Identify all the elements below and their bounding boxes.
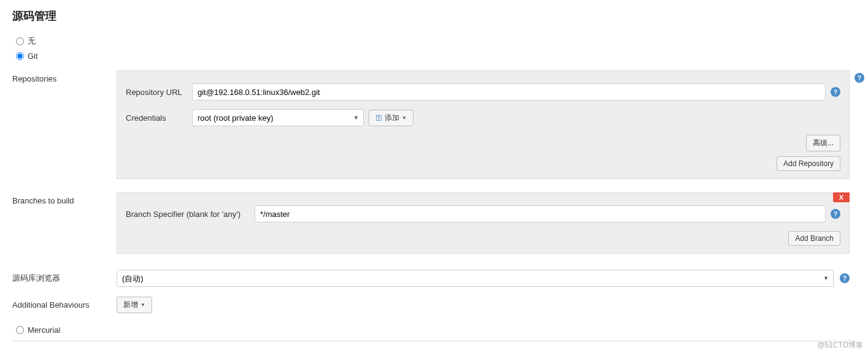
- additional-behaviours-label: Additional Behaviours: [12, 300, 117, 309]
- repo-browser-label: 源码库浏览器: [12, 273, 117, 284]
- branches-label: Branches to build: [12, 192, 117, 260]
- delete-branch-button[interactable]: X: [833, 192, 850, 202]
- page-title: 源码管理: [0, 0, 868, 31]
- key-icon: ⚿: [375, 114, 382, 121]
- scm-option-mercurial[interactable]: Mercurial: [0, 323, 868, 337]
- credentials-select[interactable]: root (root private key): [192, 109, 364, 126]
- branch-specifier-input[interactable]: [255, 205, 826, 222]
- repo-url-label: Repository URL: [126, 88, 192, 97]
- repo-browser-select[interactable]: (自动): [117, 270, 834, 287]
- add-credentials-button[interactable]: ⚿ 添加 ▼: [369, 110, 413, 126]
- help-icon[interactable]: ?: [855, 73, 864, 83]
- branch-specifier-label: Branch Specifier (blank for 'any'): [126, 210, 255, 219]
- radio-mercurial-label: Mercurial: [28, 325, 60, 335]
- credentials-label: Credentials: [126, 113, 192, 123]
- add-behaviour-button[interactable]: 新增 ▼: [117, 297, 152, 313]
- divider: [12, 341, 856, 341]
- chevron-down-icon: ▼: [140, 302, 145, 308]
- help-icon[interactable]: ?: [840, 273, 850, 283]
- repo-url-input[interactable]: [192, 83, 826, 101]
- scm-option-git[interactable]: Git: [0, 49, 868, 63]
- add-branch-button[interactable]: Add Branch: [788, 231, 840, 246]
- radio-none[interactable]: [16, 37, 24, 45]
- help-icon[interactable]: ?: [831, 209, 840, 219]
- radio-none-label: 无: [28, 36, 36, 47]
- scm-option-none[interactable]: 无: [0, 33, 868, 49]
- add-repository-button[interactable]: Add Repository: [777, 156, 840, 171]
- repositories-panel: Repository URL ? Credentials root (root …: [117, 70, 850, 179]
- add-behaviour-label: 新增: [123, 300, 138, 310]
- radio-git[interactable]: [16, 52, 24, 60]
- radio-mercurial[interactable]: [16, 326, 24, 334]
- watermark: @51CTO博客: [817, 340, 863, 341]
- repositories-label: Repositories: [12, 70, 117, 185]
- help-icon[interactable]: ?: [831, 87, 840, 97]
- radio-git-label: Git: [28, 51, 38, 61]
- advanced-button[interactable]: 高级...: [806, 135, 840, 151]
- add-credentials-label: 添加: [385, 113, 399, 123]
- branches-panel: X Branch Specifier (blank for 'any') ? A…: [117, 192, 850, 254]
- chevron-down-icon: ▼: [402, 115, 407, 121]
